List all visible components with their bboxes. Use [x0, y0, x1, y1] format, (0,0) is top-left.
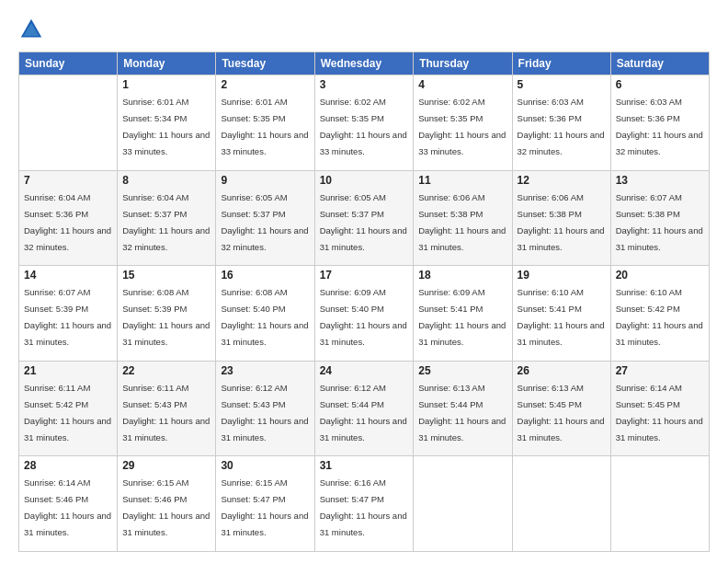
- calendar-cell: 28 Sunrise: 6:14 AMSunset: 5:46 PMDaylig…: [19, 456, 118, 552]
- day-detail: Sunrise: 6:12 AMSunset: 5:43 PMDaylight:…: [221, 383, 308, 442]
- day-detail: Sunrise: 6:08 AMSunset: 5:39 PMDaylight:…: [122, 287, 210, 347]
- calendar-cell: 24 Sunrise: 6:12 AMSunset: 5:44 PMDaylig…: [314, 361, 414, 456]
- day-number: 12: [518, 174, 606, 187]
- day-number: 23: [221, 364, 309, 377]
- weekday-header: Friday: [512, 52, 610, 75]
- day-number: 27: [616, 364, 704, 377]
- day-number: 7: [24, 174, 112, 187]
- day-number: 28: [24, 459, 112, 472]
- day-number: 15: [122, 269, 210, 282]
- day-detail: Sunrise: 6:06 AMSunset: 5:38 PMDaylight:…: [518, 192, 605, 252]
- calendar-cell: 9 Sunrise: 6:05 AMSunset: 5:37 PMDayligh…: [216, 170, 314, 266]
- calendar-cell: 10 Sunrise: 6:05 AMSunset: 5:37 PMDaylig…: [314, 170, 414, 266]
- day-detail: Sunrise: 6:03 AMSunset: 5:36 PMDaylight:…: [518, 97, 605, 156]
- day-number: 18: [418, 269, 506, 282]
- day-number: 3: [320, 78, 409, 91]
- page: SundayMondayTuesdayWednesdayThursdayFrid…: [0, 0, 728, 563]
- calendar-cell: 12 Sunrise: 6:06 AMSunset: 5:38 PMDaylig…: [512, 170, 610, 266]
- day-detail: Sunrise: 6:07 AMSunset: 5:39 PMDaylight:…: [24, 287, 111, 347]
- calendar-cell: 27 Sunrise: 6:14 AMSunset: 5:45 PMDaylig…: [610, 361, 709, 456]
- day-detail: Sunrise: 6:10 AMSunset: 5:41 PMDaylight:…: [518, 287, 605, 347]
- day-number: 17: [320, 269, 409, 282]
- day-number: 10: [320, 174, 409, 187]
- calendar-cell: 1 Sunrise: 6:01 AMSunset: 5:34 PMDayligh…: [118, 75, 216, 171]
- calendar-cell: 13 Sunrise: 6:07 AMSunset: 5:38 PMDaylig…: [610, 170, 709, 266]
- calendar-cell: 17 Sunrise: 6:09 AMSunset: 5:40 PMDaylig…: [314, 266, 414, 362]
- day-detail: Sunrise: 6:13 AMSunset: 5:44 PMDaylight:…: [418, 383, 506, 442]
- calendar-cell: 4 Sunrise: 6:02 AMSunset: 5:35 PMDayligh…: [414, 75, 512, 171]
- logo-icon: [18, 17, 44, 42]
- day-number: 19: [518, 269, 606, 282]
- calendar-cell: 8 Sunrise: 6:04 AMSunset: 5:37 PMDayligh…: [118, 170, 216, 266]
- day-detail: Sunrise: 6:01 AMSunset: 5:34 PMDaylight:…: [122, 97, 210, 156]
- header: [18, 17, 710, 42]
- day-detail: Sunrise: 6:02 AMSunset: 5:35 PMDaylight:…: [418, 97, 506, 156]
- weekday-header: Saturday: [610, 52, 709, 75]
- day-detail: Sunrise: 6:09 AMSunset: 5:40 PMDaylight:…: [320, 287, 407, 347]
- calendar-cell: 16 Sunrise: 6:08 AMSunset: 5:40 PMDaylig…: [216, 266, 314, 362]
- weekday-header: Monday: [118, 52, 216, 75]
- calendar-cell: [19, 75, 118, 171]
- weekday-header: Thursday: [414, 52, 512, 75]
- day-detail: Sunrise: 6:08 AMSunset: 5:40 PMDaylight:…: [221, 287, 308, 347]
- day-number: 26: [518, 364, 606, 377]
- day-number: 11: [418, 174, 506, 187]
- weekday-header: Tuesday: [216, 52, 314, 75]
- day-number: 4: [418, 78, 506, 91]
- day-detail: Sunrise: 6:01 AMSunset: 5:35 PMDaylight:…: [221, 97, 308, 156]
- calendar-cell: 25 Sunrise: 6:13 AMSunset: 5:44 PMDaylig…: [414, 361, 512, 456]
- day-detail: Sunrise: 6:12 AMSunset: 5:44 PMDaylight:…: [320, 383, 407, 442]
- day-number: 25: [418, 364, 506, 377]
- day-detail: Sunrise: 6:06 AMSunset: 5:38 PMDaylight:…: [418, 192, 506, 252]
- day-detail: Sunrise: 6:10 AMSunset: 5:42 PMDaylight:…: [616, 287, 703, 347]
- day-number: 9: [221, 174, 309, 187]
- day-number: 13: [616, 174, 704, 187]
- day-number: 8: [122, 174, 210, 187]
- calendar-cell: 18 Sunrise: 6:09 AMSunset: 5:41 PMDaylig…: [414, 266, 512, 362]
- calendar-cell: 11 Sunrise: 6:06 AMSunset: 5:38 PMDaylig…: [414, 170, 512, 266]
- day-detail: Sunrise: 6:16 AMSunset: 5:47 PMDaylight:…: [320, 477, 407, 537]
- calendar-cell: [414, 456, 512, 552]
- day-number: 21: [24, 364, 112, 377]
- calendar-cell: 19 Sunrise: 6:10 AMSunset: 5:41 PMDaylig…: [512, 266, 610, 362]
- day-detail: Sunrise: 6:04 AMSunset: 5:36 PMDaylight:…: [24, 192, 111, 252]
- calendar-cell: 20 Sunrise: 6:10 AMSunset: 5:42 PMDaylig…: [610, 266, 709, 362]
- day-detail: Sunrise: 6:07 AMSunset: 5:38 PMDaylight:…: [616, 192, 703, 252]
- day-detail: Sunrise: 6:02 AMSunset: 5:35 PMDaylight:…: [320, 97, 407, 156]
- calendar-cell: 21 Sunrise: 6:11 AMSunset: 5:42 PMDaylig…: [19, 361, 118, 456]
- day-detail: Sunrise: 6:11 AMSunset: 5:42 PMDaylight:…: [24, 383, 111, 442]
- calendar-cell: 29 Sunrise: 6:15 AMSunset: 5:46 PMDaylig…: [118, 456, 216, 552]
- calendar-cell: 5 Sunrise: 6:03 AMSunset: 5:36 PMDayligh…: [512, 75, 610, 171]
- day-number: 24: [320, 364, 409, 377]
- day-detail: Sunrise: 6:03 AMSunset: 5:36 PMDaylight:…: [616, 97, 703, 156]
- day-detail: Sunrise: 6:13 AMSunset: 5:45 PMDaylight:…: [518, 383, 605, 442]
- day-detail: Sunrise: 6:04 AMSunset: 5:37 PMDaylight:…: [122, 192, 210, 252]
- calendar-cell: 15 Sunrise: 6:08 AMSunset: 5:39 PMDaylig…: [118, 266, 216, 362]
- day-number: 16: [221, 269, 309, 282]
- day-detail: Sunrise: 6:14 AMSunset: 5:46 PMDaylight:…: [24, 477, 111, 537]
- day-detail: Sunrise: 6:11 AMSunset: 5:43 PMDaylight:…: [122, 383, 210, 442]
- calendar-cell: 7 Sunrise: 6:04 AMSunset: 5:36 PMDayligh…: [19, 170, 118, 266]
- day-detail: Sunrise: 6:14 AMSunset: 5:45 PMDaylight:…: [616, 383, 703, 442]
- weekday-header: Sunday: [19, 52, 118, 75]
- calendar-cell: 22 Sunrise: 6:11 AMSunset: 5:43 PMDaylig…: [118, 361, 216, 456]
- calendar-cell: 14 Sunrise: 6:07 AMSunset: 5:39 PMDaylig…: [19, 266, 118, 362]
- day-number: 2: [221, 78, 309, 91]
- day-number: 30: [221, 459, 309, 472]
- calendar-cell: [512, 456, 610, 552]
- day-number: 22: [122, 364, 210, 377]
- calendar-cell: 26 Sunrise: 6:13 AMSunset: 5:45 PMDaylig…: [512, 361, 610, 456]
- day-detail: Sunrise: 6:15 AMSunset: 5:46 PMDaylight:…: [122, 477, 210, 537]
- day-number: 6: [616, 78, 704, 91]
- calendar-cell: 31 Sunrise: 6:16 AMSunset: 5:47 PMDaylig…: [314, 456, 414, 552]
- calendar-table: SundayMondayTuesdayWednesdayThursdayFrid…: [18, 52, 710, 552]
- day-detail: Sunrise: 6:09 AMSunset: 5:41 PMDaylight:…: [418, 287, 506, 347]
- day-detail: Sunrise: 6:15 AMSunset: 5:47 PMDaylight:…: [221, 477, 308, 537]
- calendar-cell: 30 Sunrise: 6:15 AMSunset: 5:47 PMDaylig…: [216, 456, 314, 552]
- weekday-header: Wednesday: [314, 52, 414, 75]
- day-number: 20: [616, 269, 704, 282]
- calendar-cell: 23 Sunrise: 6:12 AMSunset: 5:43 PMDaylig…: [216, 361, 314, 456]
- calendar-cell: 3 Sunrise: 6:02 AMSunset: 5:35 PMDayligh…: [314, 75, 414, 171]
- day-number: 5: [518, 78, 606, 91]
- calendar-cell: 6 Sunrise: 6:03 AMSunset: 5:36 PMDayligh…: [610, 75, 709, 171]
